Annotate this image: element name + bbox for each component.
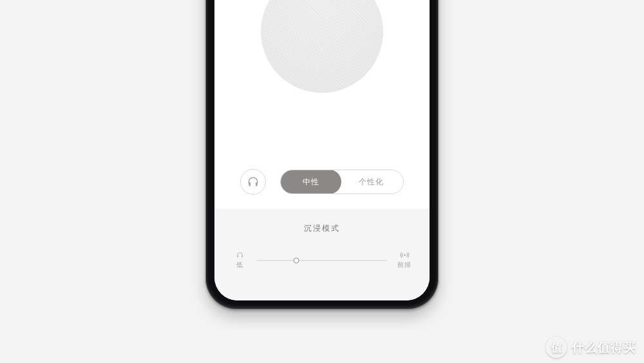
slider-thumb[interactable] [293,257,299,263]
segment-neutral[interactable]: 中性 [280,170,341,194]
immersive-mode-panel: 沉浸模式 低 [214,209,430,300]
headphones-small-icon [236,251,244,259]
eq-mode-segmented: 中性 个性化 [280,170,404,194]
controls-row: 中性 个性化 [214,169,430,195]
slider-track-line [257,260,387,260]
immersive-slider-row: 低 前排 [231,251,413,270]
phone-mockup: 中性 个性化 沉浸模式 低 [205,0,439,309]
hero-visual-circle [261,0,383,93]
svg-rect-1 [242,255,243,257]
watermark-text: 什么值得买 [572,339,636,356]
mode-title: 沉浸模式 [304,223,340,234]
svg-rect-0 [237,255,238,257]
phone-screen: 中性 个性化 沉浸模式 低 [214,0,430,300]
immersive-slider[interactable] [257,257,387,264]
headphones-icon [247,175,260,188]
sound-waves-icon [400,251,410,259]
headphones-button[interactable] [240,169,266,195]
slider-high-label: 前排 [397,260,412,270]
watermark: 值 什么值得买 [546,337,636,358]
svg-point-2 [404,254,406,256]
slider-end-high: 前排 [396,251,413,270]
segment-personalized[interactable]: 个性化 [341,170,402,193]
slider-low-label: 低 [236,260,243,270]
watermark-logo: 值 [546,337,567,358]
slider-end-low: 低 [231,251,248,270]
